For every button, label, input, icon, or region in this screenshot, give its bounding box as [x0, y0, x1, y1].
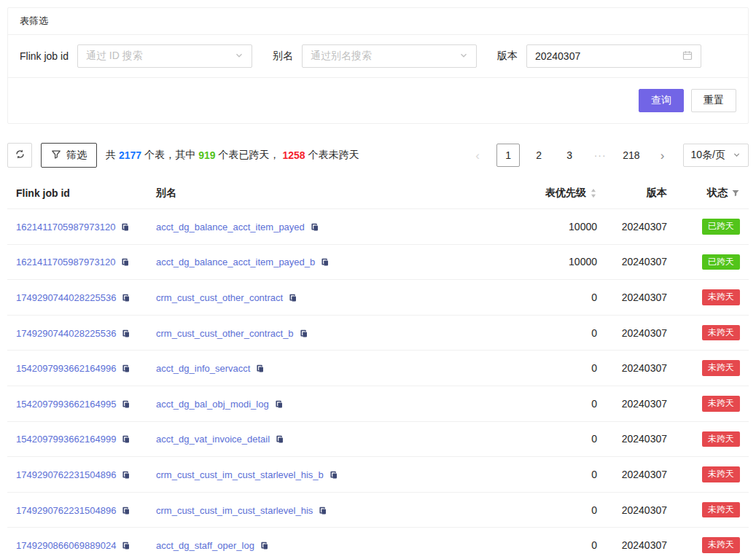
alias-link[interactable]: acct_dg_staff_oper_log — [156, 540, 254, 551]
page-button-3[interactable]: 3 — [558, 144, 581, 167]
version-value: 20240307 — [603, 421, 673, 457]
table-summary: 共 2177 个表，其中 919 个表已跨天， 1258 个表未跨天 — [106, 149, 359, 162]
summary-uncrossed-count: 1258 — [283, 149, 305, 161]
chevron-down-icon — [235, 50, 243, 62]
column-header-priority: 表优先级 — [515, 178, 603, 209]
next-page-button[interactable]: › — [651, 144, 674, 167]
flink-job-id-link[interactable]: 1749290866069889024 — [16, 540, 116, 551]
table-row: 1621411705987973120 acct_dg_balance_acct… — [7, 244, 749, 280]
table-row: 1621411705987973120 acct_dg_balance_acct… — [7, 209, 749, 245]
flink-job-id-link[interactable]: 1542097993662164995 — [16, 399, 116, 410]
copy-icon[interactable] — [120, 222, 130, 232]
alias-link[interactable]: acct_dg_info_servacct — [156, 363, 250, 374]
status-badge: 未跨天 — [702, 325, 740, 341]
page-ellipsis[interactable]: ··· — [588, 144, 612, 167]
page-button-last[interactable]: 218 — [619, 144, 643, 167]
calendar-icon — [682, 50, 693, 63]
priority-value: 0 — [515, 528, 603, 559]
version-value: 20240307 — [603, 386, 673, 421]
status-badge: 未跨天 — [702, 360, 740, 376]
alias-link[interactable]: crm_cust_cust_im_cust_starlevel_his_b — [156, 469, 324, 480]
copy-icon[interactable] — [299, 329, 308, 338]
version-input[interactable] — [535, 50, 666, 62]
copy-icon[interactable] — [255, 364, 265, 373]
tables-table: Flink job id 别名 表优先级 版本 状态 — [7, 178, 749, 559]
copy-icon[interactable] — [121, 470, 130, 480]
alias-link[interactable]: acct_dg_balance_acct_item_payed — [156, 222, 305, 232]
flink-job-id-link[interactable]: 1621411705987973120 — [16, 257, 115, 267]
alias-link[interactable]: crm_cust_cust_other_contract — [156, 292, 283, 303]
copy-icon[interactable] — [121, 399, 130, 409]
copy-icon[interactable] — [275, 434, 284, 444]
alias-link[interactable]: acct_dg_balance_acct_item_payed_b — [156, 257, 315, 267]
copy-icon[interactable] — [121, 434, 130, 444]
copy-icon[interactable] — [310, 222, 319, 232]
copy-icon[interactable] — [320, 257, 330, 267]
summary-total-count: 2177 — [119, 149, 141, 161]
flink-job-id-label: Flink job id — [20, 50, 69, 62]
copy-icon[interactable] — [329, 470, 338, 480]
filter-panel-header: 表筛选 — [8, 8, 748, 35]
chevron-down-icon — [459, 50, 468, 62]
status-badge: 未跨天 — [702, 502, 740, 518]
priority-value: 10000 — [515, 209, 603, 245]
refresh-button[interactable] — [7, 143, 32, 168]
prev-page-button[interactable]: ‹ — [466, 144, 489, 167]
status-badge: 未跨天 — [702, 289, 740, 305]
flink-job-id-link[interactable]: 1749290762231504896 — [16, 469, 116, 480]
copy-icon[interactable] — [121, 329, 130, 338]
copy-icon[interactable] — [121, 541, 130, 550]
version-date-input[interactable] — [526, 44, 701, 68]
refresh-icon — [15, 149, 26, 162]
status-badge: 未跨天 — [702, 537, 740, 553]
summary-text: 个表已跨天， — [219, 149, 280, 162]
table-row: 1749290744028225536 crm_cust_cust_other_… — [7, 315, 749, 351]
table-toolbar: 筛选 共 2177 个表，其中 919 个表已跨天， 1258 个表未跨天 ‹ … — [7, 143, 749, 168]
copy-icon[interactable] — [121, 364, 130, 373]
summary-text: 个表，其中 — [144, 149, 195, 162]
flink-job-id-link[interactable]: 1621411705987973120 — [16, 222, 115, 232]
alias-select[interactable]: 通过别名搜索 — [302, 44, 477, 68]
funnel-icon — [51, 149, 61, 162]
page-button-2[interactable]: 2 — [527, 144, 550, 167]
copy-icon[interactable] — [121, 293, 130, 302]
alias-link[interactable]: acct_dg_bal_obj_modi_log — [156, 399, 269, 410]
page-button-1[interactable]: 1 — [496, 144, 520, 167]
copy-icon[interactable] — [318, 506, 327, 515]
search-button[interactable]: 查询 — [639, 89, 684, 112]
table-row: 1749290866069889024 acct_dg_staff_oper_l… — [7, 528, 749, 559]
copy-icon[interactable] — [288, 293, 297, 302]
filter-toggle-button[interactable]: 筛选 — [41, 143, 97, 168]
copy-icon[interactable] — [120, 257, 130, 267]
column-header-priority-label: 表优先级 — [545, 187, 586, 200]
flink-job-id-select[interactable]: 通过 ID 搜索 — [77, 44, 252, 68]
alias-link[interactable]: crm_cust_cust_other_contract_b — [156, 328, 294, 339]
copy-icon[interactable] — [121, 506, 130, 515]
flink-job-id-link[interactable]: 1542097993662164999 — [16, 434, 116, 445]
copy-icon[interactable] — [274, 399, 284, 409]
sort-icon[interactable] — [590, 188, 597, 198]
reset-button[interactable]: 重置 — [691, 89, 736, 112]
summary-text: 个表未跨天 — [308, 149, 359, 162]
alias-label: 别名 — [273, 50, 293, 63]
version-field: 版本 — [497, 44, 701, 68]
flink-job-id-link[interactable]: 1542097993662164996 — [16, 363, 116, 374]
flink-job-id-link[interactable]: 1749290762231504896 — [16, 505, 116, 516]
status-badge: 已跨天 — [702, 219, 740, 235]
table-body: 1621411705987973120 acct_dg_balance_acct… — [7, 209, 749, 559]
alias-link[interactable]: acct_dg_vat_invoice_detail — [156, 434, 270, 445]
alias-link[interactable]: crm_cust_cust_im_cust_starlevel_his — [156, 505, 313, 516]
status-filter-icon[interactable] — [731, 189, 740, 198]
version-value: 20240307 — [603, 528, 673, 559]
page-size-select[interactable]: 10条/页 — [683, 144, 749, 167]
status-badge: 未跨天 — [702, 466, 740, 482]
copy-icon[interactable] — [260, 541, 269, 550]
flink-job-id-link[interactable]: 1749290744028225536 — [16, 292, 116, 303]
version-label: 版本 — [497, 50, 518, 63]
status-badge: 未跨天 — [702, 431, 740, 447]
flink-job-id-link[interactable]: 1749290744028225536 — [16, 328, 116, 339]
status-badge: 已跨天 — [702, 254, 740, 270]
column-header-status: 状态 — [673, 178, 749, 209]
column-header-flink-job-id: Flink job id — [7, 178, 150, 209]
priority-value: 0 — [515, 280, 603, 316]
